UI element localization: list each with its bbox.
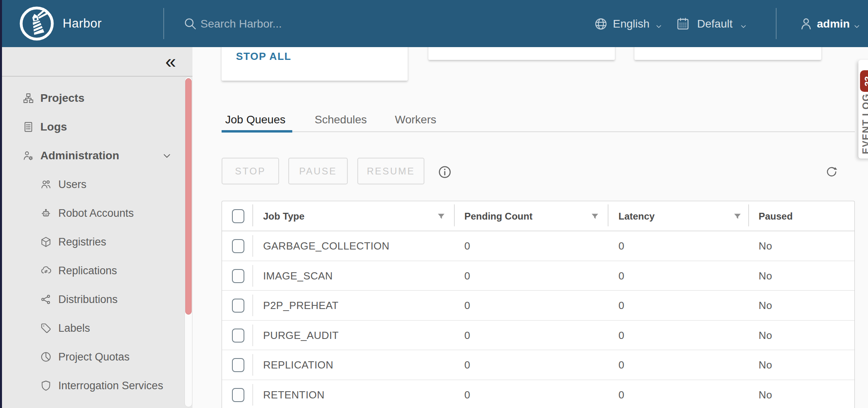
row-checkbox[interactable] bbox=[232, 358, 244, 372]
window-edge bbox=[0, 0, 2, 408]
cell-latency: 0 bbox=[618, 240, 624, 252]
event-log-badge: 33 bbox=[860, 70, 868, 92]
pause-button[interactable]: PAUSE bbox=[288, 158, 348, 184]
table-row: P2P_PREHEAT 0 0 No bbox=[222, 291, 854, 321]
column-header-job-type: Job Type bbox=[263, 211, 305, 222]
sidebar-item-administration[interactable]: Administration bbox=[0, 141, 184, 170]
column-header-paused: Paused bbox=[759, 211, 793, 222]
sidebar-item-label: Robot Accounts bbox=[58, 207, 134, 220]
org-chart-icon bbox=[22, 92, 34, 104]
sidebar-item-label: Project Quotas bbox=[58, 351, 130, 363]
column-header-latency: Latency bbox=[618, 211, 655, 222]
tab-schedules[interactable]: Schedules bbox=[315, 113, 367, 126]
column-header-pending-count: Pending Count bbox=[464, 211, 533, 222]
table-row: PURGE_AUDIT 0 0 No bbox=[222, 321, 854, 351]
sidebar-item-labels[interactable]: Labels bbox=[0, 314, 184, 343]
sidebar-item-label: Administration bbox=[40, 149, 119, 162]
language-dropdown[interactable]: English bbox=[613, 18, 650, 30]
robot-icon bbox=[40, 207, 52, 219]
table-row: GARBAGE_COLLECTION 0 0 No bbox=[222, 231, 854, 261]
user-dropdown[interactable]: admin bbox=[817, 18, 850, 30]
cell-latency: 0 bbox=[618, 329, 624, 342]
tabs-divider bbox=[222, 131, 855, 132]
table-row: REPLICATION 0 0 No bbox=[222, 350, 854, 380]
tag-icon bbox=[40, 322, 52, 334]
sidebar-scrollbar-thumb[interactable] bbox=[185, 78, 192, 315]
row-checkbox[interactable] bbox=[232, 388, 244, 402]
cell-paused: No bbox=[759, 270, 772, 282]
cell-latency: 0 bbox=[618, 389, 624, 401]
shield-icon bbox=[40, 380, 52, 392]
select-all-checkbox[interactable] bbox=[232, 209, 244, 223]
sidebar-item-label: Registries bbox=[58, 236, 106, 248]
row-checkbox[interactable] bbox=[232, 329, 244, 343]
row-checkbox[interactable] bbox=[232, 239, 244, 253]
cell-paused: No bbox=[759, 359, 772, 371]
sidebar-item-logs[interactable]: Logs bbox=[0, 113, 184, 141]
event-log-tab[interactable]: 33 EVENT LOG bbox=[858, 60, 868, 158]
stop-all-button[interactable]: STOP ALL bbox=[236, 50, 291, 63]
chevron-down-icon bbox=[654, 22, 664, 31]
table-header-row: Job Type Pending Count Latency Paused bbox=[222, 201, 854, 231]
job-queues-table: Job Type Pending Count Latency Paused bbox=[222, 201, 855, 408]
top-navbar: Harbor Search Harbor... English Default … bbox=[0, 0, 868, 47]
chevron-down-icon bbox=[852, 22, 862, 31]
row-checkbox[interactable] bbox=[232, 299, 244, 313]
chevron-down-icon[interactable] bbox=[161, 150, 172, 161]
sidebar-item-label: Labels bbox=[58, 322, 90, 335]
cell-job-type: P2P_PREHEAT bbox=[263, 299, 339, 312]
sidebar-item-distributions[interactable]: Distributions bbox=[0, 285, 184, 314]
stop-button[interactable]: STOP bbox=[222, 158, 279, 184]
cell-latency: 0 bbox=[618, 359, 624, 371]
resume-button[interactable]: RESUME bbox=[357, 158, 424, 184]
filter-icon-latency[interactable] bbox=[732, 211, 743, 222]
sidebar-item-label: Logs bbox=[40, 121, 67, 133]
user-gear-icon bbox=[22, 150, 34, 162]
pie-chart-icon bbox=[40, 351, 52, 363]
tab-workers[interactable]: Workers bbox=[395, 113, 436, 126]
theme-dropdown[interactable]: Default bbox=[697, 18, 733, 30]
cell-job-type: GARBAGE_COLLECTION bbox=[263, 240, 389, 252]
sidebar-item-label: Users bbox=[58, 178, 87, 191]
document-list-icon bbox=[22, 121, 34, 133]
sidebar-item-users[interactable]: Users bbox=[0, 170, 184, 199]
collapse-sidebar-icon[interactable]: « bbox=[165, 50, 176, 73]
cell-job-type: RETENTION bbox=[263, 389, 325, 401]
cell-pending-count: 0 bbox=[464, 270, 470, 282]
brand-title: Harbor bbox=[63, 0, 102, 47]
cell-latency: 0 bbox=[618, 299, 624, 312]
cell-pending-count: 0 bbox=[464, 240, 470, 252]
filter-icon-pending-count[interactable] bbox=[590, 211, 600, 222]
cell-pending-count: 0 bbox=[464, 389, 470, 401]
cell-latency: 0 bbox=[618, 270, 624, 282]
calendar-icon bbox=[676, 16, 690, 31]
user-icon bbox=[799, 16, 814, 31]
harbor-app: STOP ALL Job Queues Schedules Workers ST… bbox=[0, 0, 868, 408]
sidebar-item-registries[interactable]: Registries bbox=[0, 228, 184, 256]
search-input[interactable]: Search Harbor... bbox=[200, 18, 282, 30]
filter-icon-job-type[interactable] bbox=[436, 211, 446, 222]
sidebar-item-replications[interactable]: Replications bbox=[0, 256, 184, 285]
sidebar-item-label: Replications bbox=[58, 265, 117, 277]
sidebar-item-robot-accounts[interactable]: Robot Accounts bbox=[0, 199, 184, 228]
info-icon[interactable] bbox=[438, 165, 452, 179]
sidebar-item-project-quotas[interactable]: Project Quotas bbox=[0, 343, 184, 371]
users-icon bbox=[40, 178, 52, 190]
sidebar-item-projects[interactable]: Projects bbox=[0, 84, 184, 113]
harbor-logo bbox=[18, 5, 55, 44]
search-icon bbox=[183, 16, 198, 31]
event-log-label: EVENT LOG bbox=[860, 93, 868, 154]
sidebar-item-label: Projects bbox=[40, 92, 85, 105]
cell-pending-count: 0 bbox=[464, 359, 470, 371]
cube-icon bbox=[40, 236, 52, 248]
cell-pending-count: 0 bbox=[464, 329, 470, 342]
cell-job-type: IMAGE_SCAN bbox=[263, 270, 333, 282]
refresh-icon[interactable] bbox=[824, 164, 839, 180]
sidebar-item-interrogation-services[interactable]: Interrogation Services bbox=[0, 371, 184, 400]
cell-paused: No bbox=[759, 389, 772, 401]
tab-job-queues[interactable]: Job Queues bbox=[225, 113, 285, 126]
row-checkbox[interactable] bbox=[232, 269, 244, 283]
cell-job-type: PURGE_AUDIT bbox=[263, 329, 339, 342]
cell-job-type: REPLICATION bbox=[263, 359, 333, 371]
sidebar: « Projects Logs Administration Users bbox=[0, 47, 192, 408]
